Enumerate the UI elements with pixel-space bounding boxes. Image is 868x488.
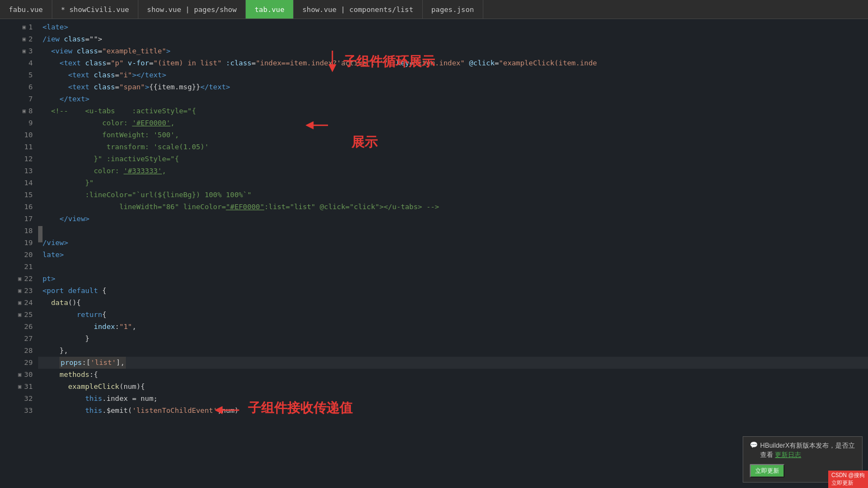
line-num-31: ▣31 xyxy=(0,381,33,393)
tab-show-components[interactable]: show.vue | components/list xyxy=(294,0,423,19)
code-line-29: props:['list'], xyxy=(38,357,868,369)
tab-label: pages.json xyxy=(432,5,474,14)
csdn-badge: CSDN @搜狗立即更新 xyxy=(828,471,868,488)
tab-bar: fabu.vue * showCivili.vue show.vue | pag… xyxy=(0,0,868,19)
line-num-32: ▣32 xyxy=(0,393,33,405)
line-num-1: ▣1 xyxy=(0,21,33,33)
tab-pages-json[interactable]: pages.json xyxy=(423,0,483,19)
line-num-14: ▣14 xyxy=(0,177,33,189)
tab-label: fabu.vue xyxy=(9,5,43,14)
line-num-17: ▣17 xyxy=(0,213,33,225)
code-line-15: :lineColor="`url(${lineBg}) 100% 100%`" xyxy=(38,189,868,201)
line-num-11: ▣11 xyxy=(0,141,33,153)
line-num-22: ▣22 xyxy=(0,273,33,285)
code-line-27: } xyxy=(38,333,868,345)
line-num-24: ▣24 xyxy=(0,297,33,309)
line-num-7: ▣7 xyxy=(0,93,33,105)
line-num-2: ▣2 xyxy=(0,33,33,45)
code-line-30: methods:{ xyxy=(38,369,868,381)
code-line-19: /view> xyxy=(38,237,868,249)
tab-label: show.vue | pages/show xyxy=(147,5,236,14)
code-line-18 xyxy=(38,225,868,237)
line-num-18: ▣18 xyxy=(0,225,33,237)
tab-fabu[interactable]: fabu.vue xyxy=(0,0,52,19)
line-num-27: ▣27 xyxy=(0,333,33,345)
line-num-12: ▣12 xyxy=(0,153,33,165)
code-line-1: <late> xyxy=(38,21,868,33)
code-line-10: fontWeight: '500', xyxy=(38,129,868,141)
code-line-9: color: '#EF0000', xyxy=(38,117,868,129)
code-line-7: </text> xyxy=(38,93,868,105)
tab-label: * showCivili.vue xyxy=(61,5,129,14)
line-num-26: ▣26 xyxy=(0,321,33,333)
code-line-2: /iew class=""> xyxy=(38,33,868,45)
notification-text-1: HBuilderX有新版本发布，是否立 xyxy=(760,441,855,450)
code-line-3: <view class="example_title"> xyxy=(38,45,868,57)
code-line-25: return{ xyxy=(38,309,868,321)
line-num-5: ▣5 xyxy=(0,69,33,81)
code-line-21 xyxy=(38,261,868,273)
notification-text-2: 查看 更新日志 xyxy=(760,450,855,460)
line-num-30: ▣30 xyxy=(0,369,33,381)
line-num-13: ▣13 xyxy=(0,165,33,177)
code-line-8: <!-- <u-tabs :activeStyle="{ xyxy=(38,105,868,117)
code-line-32: this.index = num; xyxy=(38,393,868,405)
line-num-28: ▣28 xyxy=(0,345,33,357)
line-num-4: ▣4 xyxy=(0,57,33,69)
code-line-26: index:"1", xyxy=(38,321,868,333)
tab-tab-vue[interactable]: tab.vue xyxy=(246,0,294,19)
line-num-15: ▣15 xyxy=(0,189,33,201)
code-line-28: }, xyxy=(38,345,868,357)
tab-showcivili[interactable]: * showCivili.vue xyxy=(52,0,138,19)
code-line-23: <port default { xyxy=(38,285,868,297)
editor-area: ▣1 ▣2 ▣3 ▣4 ▣5 ▣6 ▣7 ▣8 ▣9 ▣10 ▣11 ▣12 ▣… xyxy=(0,19,868,488)
code-line-4: <text class="p" v-for="(item) in list" :… xyxy=(38,57,868,69)
code-line-31: exampleClick(num){ xyxy=(38,381,868,393)
line-numbers: ▣1 ▣2 ▣3 ▣4 ▣5 ▣6 ▣7 ▣8 ▣9 ▣10 ▣11 ▣12 ▣… xyxy=(0,19,38,488)
code-line-33: this.$emit('listenToChildEvent',num) xyxy=(38,405,868,417)
line-num-10: ▣10 xyxy=(0,129,33,141)
line-num-29: ▣29 xyxy=(0,357,33,369)
line-num-21: ▣21 xyxy=(0,261,33,273)
code-line-6: <text class="span">{{item.msg}}</text> xyxy=(38,81,868,93)
code-line-17: </view> xyxy=(38,213,868,225)
tab-show-pages[interactable]: show.vue | pages/show xyxy=(138,0,246,19)
code-line-11: transform: 'scale(1.05)' xyxy=(38,141,868,153)
line-num-6: ▣6 xyxy=(0,81,33,93)
line-num-23: ▣23 xyxy=(0,285,33,297)
notification-link[interactable]: 更新日志 xyxy=(775,451,801,459)
code-line-22: pt> xyxy=(38,273,868,285)
notification-icon: 💬 xyxy=(750,441,758,449)
line-num-20: ▣20 xyxy=(0,249,33,261)
line-num-16: ▣16 xyxy=(0,201,33,213)
scroll-indicator[interactable] xyxy=(38,226,43,242)
line-num-3: ▣3 xyxy=(0,45,33,57)
update-button[interactable]: 立即更新 xyxy=(750,464,785,478)
line-num-33: ▣33 xyxy=(0,405,33,417)
line-num-25: ▣25 xyxy=(0,309,33,321)
tab-label: tab.vue xyxy=(254,5,284,14)
code-line-16: lineWidth="86" lineColor="#EF0000":list=… xyxy=(38,201,868,213)
code-content[interactable]: <late> /iew class=""> <view class="examp… xyxy=(38,19,868,488)
code-line-24: data(){ xyxy=(38,297,868,309)
line-num-9: ▣9 xyxy=(0,117,33,129)
tab-label: show.vue | components/list xyxy=(302,5,414,14)
code-line-5: <text class="i"></text> xyxy=(38,69,868,81)
code-line-13: color: '#333333', xyxy=(38,165,868,177)
line-num-8: ▣8 xyxy=(0,105,33,117)
code-line-14: }" xyxy=(38,177,868,189)
code-line-20: late> xyxy=(38,249,868,261)
code-line-12: }" :inactiveStyle="{ xyxy=(38,153,868,165)
line-num-19: ▣19 xyxy=(0,237,33,249)
